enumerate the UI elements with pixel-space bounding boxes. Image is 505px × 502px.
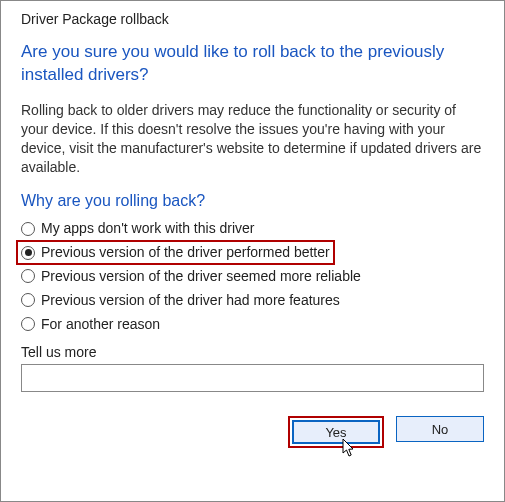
tellus-label: Tell us more (21, 344, 484, 360)
warning-text: Rolling back to older drivers may reduce… (21, 101, 484, 177)
radio-icon (21, 269, 35, 283)
reason-heading: Why are you rolling back? (21, 192, 484, 210)
dialog-panel: Driver Package rollback Are you sure you… (1, 1, 504, 462)
reason-option-another[interactable]: For another reason (21, 316, 160, 333)
radio-icon (21, 293, 35, 307)
reason-label: My apps don't work with this driver (41, 220, 255, 237)
reason-label: Previous version of the driver performed… (41, 244, 330, 261)
reason-label: For another reason (41, 316, 160, 333)
yes-button[interactable]: Yes (292, 420, 380, 444)
reason-option-performed-better[interactable]: Previous version of the driver performed… (16, 240, 335, 265)
reason-option-more-reliable[interactable]: Previous version of the driver seemed mo… (21, 268, 361, 285)
reason-option-more-features[interactable]: Previous version of the driver had more … (21, 292, 340, 309)
reason-label: Previous version of the driver seemed mo… (41, 268, 361, 285)
confirm-heading: Are you sure you would like to roll back… (21, 41, 484, 87)
window-title: Driver Package rollback (21, 11, 484, 27)
reason-radio-group: My apps don't work with this driver Prev… (21, 220, 484, 332)
radio-icon (21, 222, 35, 236)
yes-highlight: Yes (288, 416, 384, 448)
tellus-input[interactable] (21, 364, 484, 392)
reason-option-apps[interactable]: My apps don't work with this driver (21, 220, 255, 237)
reason-label: Previous version of the driver had more … (41, 292, 340, 309)
radio-icon (21, 246, 35, 260)
button-row: Yes No (21, 416, 484, 448)
radio-icon (21, 317, 35, 331)
no-button[interactable]: No (396, 416, 484, 442)
